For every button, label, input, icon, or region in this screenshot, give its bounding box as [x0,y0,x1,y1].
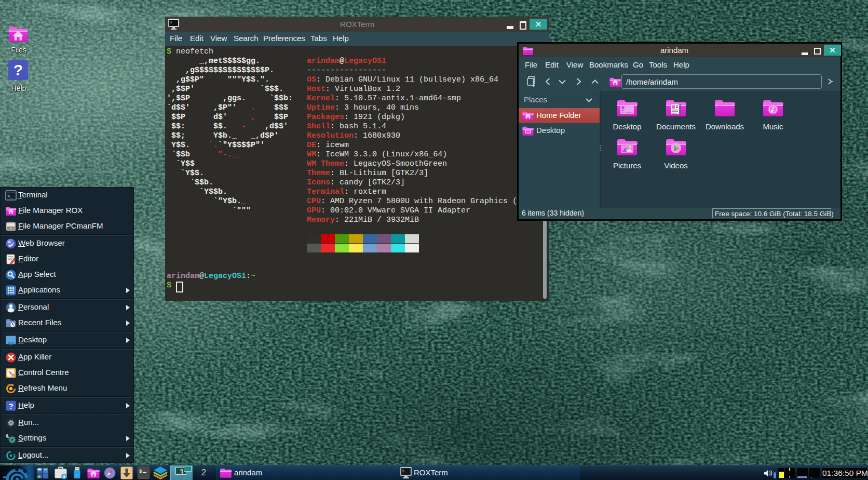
svg-text:$: $ [139,469,142,474]
svg-text:>_: >_ [7,194,13,199]
svg-text:$: $ [402,469,405,473]
svg-text:?: ? [8,402,13,410]
svg-text:⋮·: ⋮· [75,474,79,477]
